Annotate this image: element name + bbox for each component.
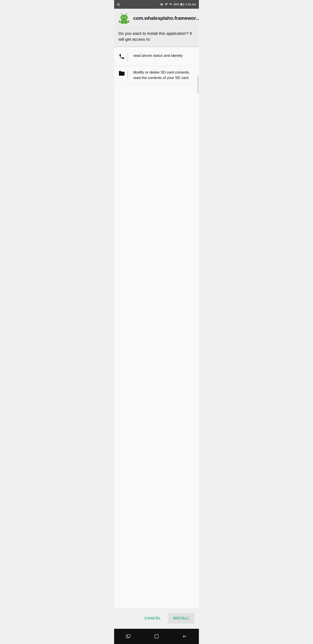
svg-rect-17 (155, 635, 158, 638)
svg-rect-12 (128, 20, 129, 23)
install-question-text: Do you want to install this application?… (118, 31, 195, 42)
svg-rect-16 (127, 634, 130, 637)
recent-apps-icon (126, 634, 131, 639)
permissions-area: read phone status and identity Modify or… (114, 47, 199, 348)
content-spacer (114, 348, 199, 608)
cancel-button[interactable]: CANCEL (140, 613, 166, 624)
home-button[interactable] (151, 631, 162, 642)
svg-point-8 (122, 17, 123, 18)
status-bar-left: ⊞ (117, 2, 120, 6)
android-icon (118, 12, 130, 24)
notification-icon: ⊞ (117, 2, 120, 6)
permission-phone-text: read phone status and identity (132, 53, 183, 58)
back-button[interactable] (179, 631, 190, 642)
permission-sdcard-text: Modify or delete SD card contents.read t… (132, 70, 190, 80)
mute-icon (160, 2, 163, 6)
permission-phone: read phone status and identity (114, 49, 199, 66)
svg-point-5 (121, 13, 122, 14)
status-bar-right: 48% 4:59 AM (160, 2, 196, 6)
svg-point-9 (125, 17, 126, 18)
svg-rect-1 (181, 4, 182, 5)
svg-rect-14 (125, 23, 126, 24)
back-icon (182, 634, 187, 639)
install-question: Do you want to install this application?… (114, 28, 199, 47)
svg-point-7 (126, 13, 127, 14)
nav-bar (114, 629, 199, 644)
app-header: com.whalesplaho.framewor… (114, 9, 199, 28)
folder-icon (118, 70, 125, 76)
app-name: com.whalesplaho.framewor… (133, 16, 199, 21)
signal-icon (169, 3, 172, 6)
status-bar: ⊞ 48% 4:59 AM (114, 0, 199, 9)
folder-permission-icon (118, 70, 128, 78)
wifi-icon (165, 2, 168, 6)
phone-permission-icon (118, 53, 128, 62)
install-button[interactable]: INSTALL (168, 613, 195, 624)
recent-apps-button[interactable] (123, 631, 134, 642)
battery-icon (180, 3, 184, 6)
scrollbar (197, 76, 198, 94)
svg-point-3 (120, 14, 128, 20)
battery-percent: 48% (173, 2, 179, 6)
svg-rect-2 (184, 4, 184, 5)
action-buttons: CANCEL INSTALL (114, 608, 199, 629)
status-time: 4:59 AM (185, 3, 196, 6)
permission-sdcard: Modify or delete SD card contents.read t… (114, 66, 199, 85)
svg-rect-13 (122, 23, 123, 24)
svg-rect-10 (120, 20, 128, 24)
svg-rect-11 (119, 20, 120, 23)
phone-icon (119, 54, 125, 60)
home-icon (154, 634, 159, 639)
